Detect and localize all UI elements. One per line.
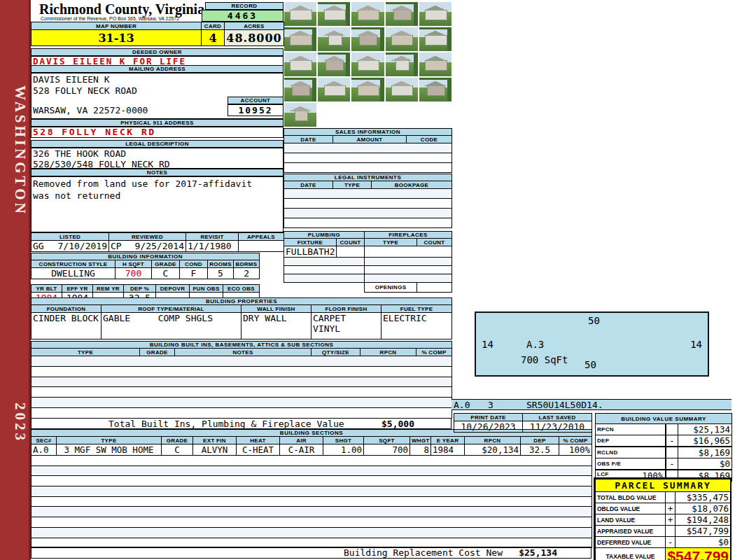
property-photo[interactable] — [318, 27, 350, 51]
mailing-address-header: MAILING ADDRESS — [31, 65, 284, 73]
bs-col-dep: DEP — [521, 437, 559, 444]
fireplaces-title: FIREPLACES — [365, 232, 452, 239]
legal-description-line: 528/530/548 FOLLY NECK RD — [33, 159, 281, 169]
county-office-line: Commissioner of the Revenue, PO Box 365,… — [41, 16, 179, 21]
ecoobs-header: ECO OBS — [223, 285, 260, 293]
property-photo[interactable] — [419, 52, 451, 76]
listed-header: LISTED — [31, 233, 109, 241]
property-photo[interactable] — [284, 52, 316, 76]
sketch-code-number: 3 — [488, 400, 493, 410]
property-photo[interactable] — [318, 52, 350, 76]
parcel-row: TOTAL BLDG VALUE $335,475 — [596, 492, 731, 503]
yrblt-header: YR BLT — [31, 285, 62, 293]
property-photo[interactable] — [351, 2, 384, 26]
property-photo[interactable] — [419, 2, 451, 26]
sales-empty-row — [284, 153, 452, 163]
fireplaces-col-count: COUNT — [417, 239, 452, 246]
sketch-dim-left: 14 — [482, 339, 493, 350]
replacement-cost-row: Building Replacement Cost New $25,134 — [31, 547, 592, 559]
bdrms-value: 2 — [234, 268, 260, 279]
depovr-header: DEPOVR — [156, 285, 190, 293]
bs-col-shgt: SHGT — [323, 437, 364, 444]
property-photo[interactable] — [284, 78, 316, 102]
cond-header: COND — [180, 260, 208, 268]
building-section-empty-row — [31, 496, 592, 507]
property-photo[interactable] — [351, 78, 384, 102]
parcel-summary-title: PARCEL SUMMARY — [596, 479, 731, 492]
property-photo[interactable] — [386, 27, 418, 51]
parcel-taxable-row: TAXABLE VALUE $547,799 — [596, 548, 731, 560]
last-saved-header: LAST SAVED — [523, 414, 592, 421]
built-ins-empty-row — [31, 398, 452, 408]
built-ins-col-grade: GRADE — [140, 349, 175, 356]
property-photo[interactable] — [419, 27, 451, 51]
li-empty-row — [284, 209, 452, 218]
visits-table: LISTED REVIEWED REVISIT APPEALS GG7/10/2… — [31, 232, 284, 252]
print-date-header: PRINT DATE — [454, 414, 523, 421]
wall-finish-header: WALL FINISH — [241, 305, 312, 313]
roof-header: ROOF TYPE/MATERIAL — [102, 305, 241, 313]
rooms-value: 5 — [208, 268, 234, 279]
roof-value: GABLECOMP SHGLS — [102, 313, 241, 340]
property-photo[interactable] — [386, 2, 418, 26]
card-value: 4 — [202, 30, 225, 46]
sales-col-code: CODE — [407, 136, 452, 144]
effyr-header: EFF YR — [62, 285, 93, 293]
plumbing-col-count: COUNT — [337, 239, 365, 246]
account-number: 10952 — [227, 104, 284, 116]
parcel-row: DEFERRED VALUE - $0 — [596, 537, 731, 548]
remyr-header: REM YR — [93, 285, 124, 293]
built-ins-col-type: TYPE — [31, 349, 140, 356]
plumbing-empty-row — [284, 266, 365, 274]
plumbing-title: PLUMBING — [284, 232, 365, 239]
plumbing-footer-spacer — [284, 283, 365, 293]
property-photo-grid — [284, 1, 452, 127]
property-photo[interactable] — [318, 78, 350, 102]
bs-col-comp: % COMP — [559, 437, 592, 444]
bvs-row: RPCN $25,134 — [596, 424, 732, 435]
replacement-cost-value: $25,134 — [519, 547, 557, 558]
property-record-card: WASHINGTON 2023 Richmond County, Virgini… — [0, 0, 735, 560]
sketch-dim-bottom: 50 — [584, 359, 596, 370]
li-col-type: TYPE — [333, 181, 372, 189]
fuel-type-header: FUEL TYPE — [382, 305, 452, 313]
property-photo[interactable] — [351, 27, 384, 51]
property-photo[interactable] — [351, 52, 384, 76]
foundation-header: FOUNDATION — [31, 305, 102, 313]
bs-col-type: TYPE — [57, 437, 162, 444]
plumbing-count-cell — [337, 246, 365, 258]
floor-finish-value: CARPETVINYL — [312, 313, 382, 340]
fireplaces-row — [365, 246, 452, 258]
sales-col-date: DATE — [284, 136, 333, 144]
li-empty-row — [284, 218, 452, 228]
bs-col-air: AIR — [280, 437, 323, 444]
property-photo[interactable] — [386, 78, 418, 102]
property-photo[interactable] — [386, 52, 418, 76]
bvs-title: BUILDING VALUE SUMMARY — [596, 414, 732, 424]
parcel-summary-panel: PARCEL SUMMARY TOTAL BLDG VALUE $335,475… — [594, 477, 732, 560]
built-ins-col-comp: % COMP — [416, 349, 452, 356]
property-photo[interactable] — [318, 2, 350, 26]
record-number: 4463 — [202, 10, 284, 22]
property-photo[interactable] — [419, 78, 451, 102]
bs-col-sec: SEC# — [31, 437, 57, 444]
building-section-empty-row — [31, 456, 592, 466]
sketch-code-band: A.0 3 SR50U14L50D14. — [451, 399, 732, 410]
property-photo[interactable] — [284, 27, 316, 51]
plumbing-fixture-value: FULLBATH2 — [284, 246, 337, 258]
grade-header: GRADE — [152, 260, 180, 268]
property-photo[interactable] — [284, 103, 316, 127]
property-photo[interactable] — [284, 2, 316, 26]
hsqft-header: H SQFT — [115, 260, 152, 268]
sales-empty-row — [284, 163, 452, 173]
acres-header: ACRES — [225, 22, 284, 30]
built-ins-total-value: $5,000 — [382, 419, 414, 429]
legal-description-header: LEGAL DESCRIPTION — [31, 140, 284, 148]
wall-finish-value: DRY WALL — [241, 313, 312, 340]
cond-value: F — [180, 268, 208, 279]
taxable-value: $547,799 — [666, 548, 731, 560]
legal-instruments-table: LEGAL INSTRUMENTS DATE TYPE BOOKPAGE — [284, 174, 452, 228]
fireplaces-empty-row — [365, 266, 452, 274]
building-information-title: BUILDING INFORMATION — [31, 253, 260, 260]
building-section-empty-row — [31, 507, 592, 517]
